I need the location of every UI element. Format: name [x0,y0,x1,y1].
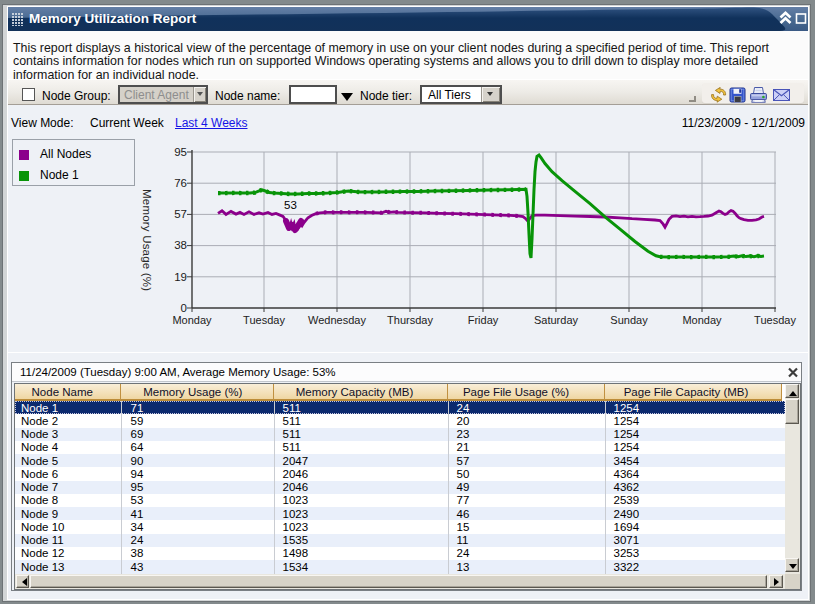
svg-text:95: 95 [174,146,187,158]
svg-text:0: 0 [181,302,187,314]
svg-text:57: 57 [174,208,187,220]
svg-text:38: 38 [174,239,187,251]
svg-text:76: 76 [174,177,187,189]
svg-text:19: 19 [174,271,187,283]
